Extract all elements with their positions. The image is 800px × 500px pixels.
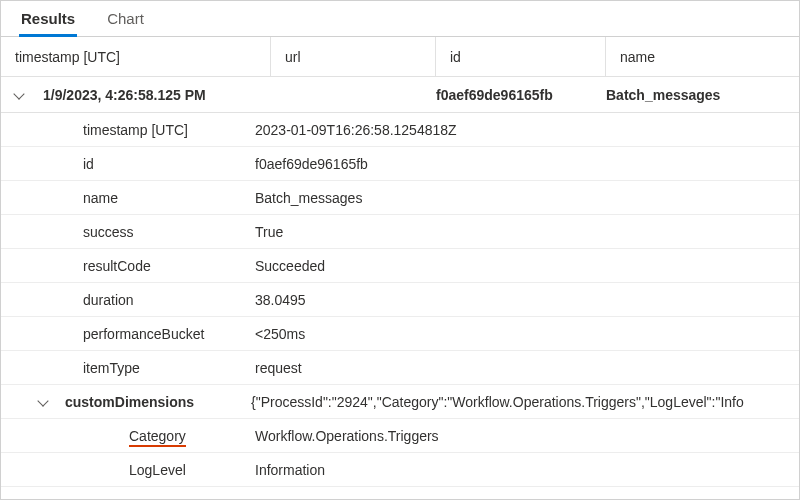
column-headers: timestamp [UTC] url id name <box>1 37 799 77</box>
detail-key: timestamp [UTC] <box>1 122 251 138</box>
detail-success: success True <box>1 215 799 249</box>
detail-value: Batch_messages <box>251 190 799 206</box>
detail-value: 38.0495 <box>251 292 799 308</box>
detail-value: {"ProcessId":"2924","Category":"Workflow… <box>251 394 799 410</box>
expand-customdimensions-toggle[interactable] <box>1 394 65 410</box>
cell-id: f0aef69de96165fb <box>436 87 606 103</box>
detail-customdimensions[interactable]: customDimensions {"ProcessId":"2924","Ca… <box>1 385 799 419</box>
detail-value: Succeeded <box>251 258 799 274</box>
cell-name: Batch_messages <box>606 87 799 103</box>
detail-itemtype: itemType request <box>1 351 799 385</box>
column-id[interactable]: id <box>436 37 606 76</box>
chevron-down-icon <box>13 88 24 99</box>
detail-key: Category <box>1 428 251 444</box>
detail-key: performanceBucket <box>1 326 251 342</box>
detail-key: duration <box>1 292 251 308</box>
detail-duration: duration 38.0495 <box>1 283 799 317</box>
expand-row-toggle[interactable] <box>1 87 43 103</box>
detail-cd-category: Category Workflow.Operations.Triggers <box>1 419 799 453</box>
chevron-down-icon <box>37 395 48 406</box>
column-url[interactable]: url <box>271 37 436 76</box>
detail-timestamp: timestamp [UTC] 2023-01-09T16:26:58.1254… <box>1 113 799 147</box>
table-row[interactable]: 1/9/2023, 4:26:58.125 PM f0aef69de96165f… <box>1 77 799 113</box>
detail-key: resultCode <box>1 258 251 274</box>
detail-resultcode: resultCode Succeeded <box>1 249 799 283</box>
detail-key: itemType <box>1 360 251 376</box>
detail-key: LogLevel <box>1 462 251 478</box>
column-name[interactable]: name <box>606 37 799 76</box>
detail-id: id f0aef69de96165fb <box>1 147 799 181</box>
tab-results[interactable]: Results <box>19 1 77 36</box>
detail-value: Workflow.Operations.Triggers <box>251 428 799 444</box>
detail-value: request <box>251 360 799 376</box>
tab-chart[interactable]: Chart <box>105 1 146 36</box>
tabs-bar: Results Chart <box>1 1 799 37</box>
detail-key: name <box>1 190 251 206</box>
detail-value: Information <box>251 462 799 478</box>
detail-cd-loglevel: LogLevel Information <box>1 453 799 487</box>
highlight-category: Category <box>129 428 186 447</box>
detail-value: f0aef69de96165fb <box>251 156 799 172</box>
detail-name: name Batch_messages <box>1 181 799 215</box>
detail-key: id <box>1 156 251 172</box>
detail-value: <250ms <box>251 326 799 342</box>
cell-timestamp: 1/9/2023, 4:26:58.125 PM <box>43 87 271 103</box>
detail-performancebucket: performanceBucket <250ms <box>1 317 799 351</box>
column-timestamp[interactable]: timestamp [UTC] <box>1 37 271 76</box>
detail-value: 2023-01-09T16:26:58.1254818Z <box>251 122 799 138</box>
detail-key: customDimensions <box>65 394 251 410</box>
detail-key: success <box>1 224 251 240</box>
detail-value: True <box>251 224 799 240</box>
